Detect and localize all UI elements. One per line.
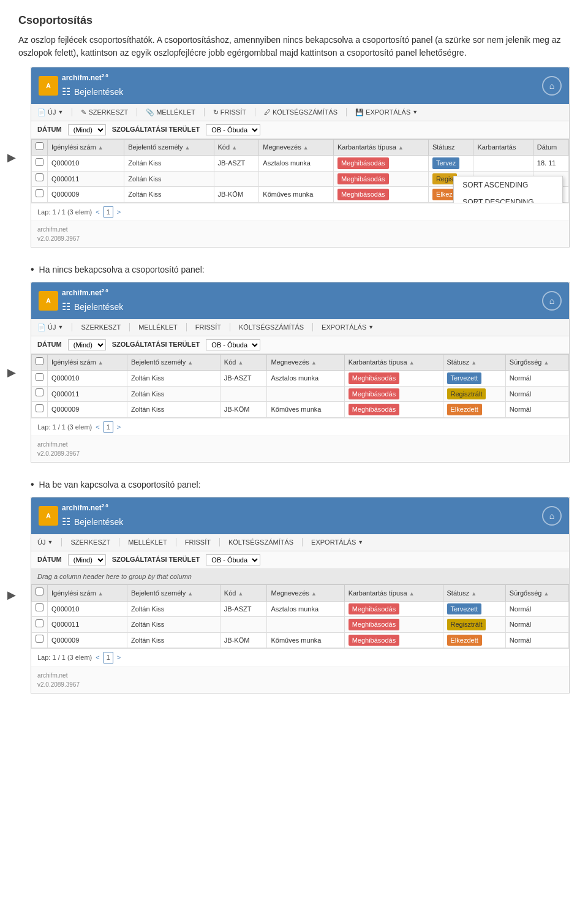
pagination-prev-3[interactable]: < (96, 652, 99, 663)
row-checkbox[interactable] (36, 619, 43, 627)
toolbar-koltseg-2[interactable]: KÖLTSÉGSZÁMÍTÁS (239, 322, 304, 333)
datum-select-3[interactable]: (Mind) (68, 554, 106, 565)
nav-arrow-left[interactable]: ▶ (7, 149, 16, 165)
toolbar-frissit-1[interactable]: ↻ FRISSÍT (213, 107, 246, 118)
row-checkbox[interactable] (36, 173, 43, 181)
datum-select-1[interactable]: (Mind) (68, 124, 106, 135)
toolbar-export-1[interactable]: 💾 EXPORTÁLÁS ▼ (355, 107, 418, 118)
report-icon-1: ☷ (62, 85, 70, 99)
col-bejelento-2[interactable]: Bejelentő személy ▲ (127, 354, 220, 371)
table-row: Q000009 Zoltán Kiss JB-KÖM Kőműves munka… (32, 402, 569, 418)
select-all-1[interactable] (36, 142, 43, 150)
datum-select-2[interactable]: (Mind) (68, 339, 106, 350)
pagination-next-3[interactable]: > (117, 652, 121, 663)
app-header-3: A archifm.net2.0 ☷ Bejelentések ⌂ (31, 497, 569, 534)
toolbar-uj-3[interactable]: ÚJ ▼ (37, 537, 53, 548)
home-button-2[interactable]: ⌂ (542, 291, 562, 311)
row-kod: JB-ASZT (220, 601, 267, 617)
home-button-1[interactable]: ⌂ (542, 76, 562, 96)
sep5 (346, 108, 347, 116)
row-checkbox[interactable] (36, 603, 43, 611)
select-all-3[interactable] (36, 588, 43, 595)
szolg-select-2[interactable]: OB - Óbuda (206, 339, 260, 350)
pagination-current-2[interactable]: 1 (104, 421, 113, 433)
ctx-sort-asc[interactable]: SORT ASCENDING (454, 176, 562, 194)
filter-row-2: DÁTUM (Mind) SZOLGÁLTATÁSI TERÜLET OB - … (31, 336, 569, 354)
col-kod-3[interactable]: Kód ▲ (220, 585, 267, 602)
table-row: Q000010 Zoltán Kiss JB-ASZT Asztalos mun… (32, 371, 569, 387)
sep3-3 (176, 538, 176, 546)
nav-arrow-left-3[interactable]: ▶ (7, 587, 16, 603)
sep2-3 (119, 538, 119, 546)
screenshot-2: A archifm.net2.0 ☷ Bejelentések ⌂ 📄 ÚJ ▼ (31, 282, 570, 463)
szolg-select-1[interactable]: OB - Óbuda (206, 124, 260, 135)
toolbar-koltseg-1[interactable]: 🖊 KÖLTSÉGSZÁMÍTÁS (264, 107, 337, 118)
row-megnevezes: Asztalos munka (259, 156, 334, 172)
col-datum-1[interactable]: Dátum (533, 139, 568, 156)
row-checkbox[interactable] (36, 158, 43, 166)
toolbar-frissit-3[interactable]: FRISSÍT (185, 537, 211, 548)
row-kod (214, 171, 259, 187)
row-megnevezes: Kőműves munka (267, 632, 344, 648)
app-title-1: archifm.net2.0 ☷ Bejelentések (62, 72, 123, 99)
pagination-next-1[interactable]: > (117, 207, 121, 217)
bullet-section2: Ha be van kapcsolva a csoportosító panel… (31, 477, 570, 492)
col-kod-2[interactable]: Kód ▲ (220, 354, 267, 371)
row-person: Zoltán Kiss (127, 601, 220, 617)
toolbar-melleklet-1[interactable]: 📎 MELLÉKLET (146, 107, 195, 118)
col-surgosseg-2[interactable]: Sürgősség ▲ (505, 354, 568, 371)
ctx-sort-desc[interactable]: SORT DESCENDING (454, 194, 562, 203)
col-tipus-3[interactable]: Karbantartás típusa ▲ (344, 585, 443, 602)
home-button-3[interactable]: ⌂ (542, 506, 562, 526)
col-tipus-2[interactable]: Karbantartás típusa ▲ (344, 354, 443, 371)
select-all-2[interactable] (36, 357, 43, 365)
row-checkbox[interactable] (36, 404, 43, 412)
col-megnevezes-1[interactable]: Megnevezés ▲ (259, 139, 334, 156)
col-tipus-1[interactable]: Karbantartás típusa ▲ (333, 139, 428, 156)
row-checkbox[interactable] (36, 388, 43, 396)
col-statusz-2[interactable]: Státusz ▲ (443, 354, 505, 371)
pagination-current-3[interactable]: 1 (104, 652, 113, 663)
toolbar-uj-1[interactable]: 📄 ÚJ ▼ (37, 107, 63, 118)
col-bejelento-3[interactable]: Bejelentő személy ▲ (127, 585, 220, 602)
col-surgosseg-3[interactable]: Sürgősség ▲ (505, 585, 568, 602)
app-subtitle-2: ☷ Bejelentések (62, 300, 123, 314)
toolbar-szerkeszt-2[interactable]: SZERKESZT (81, 322, 121, 333)
col-surgosseg-1[interactable]: Karbantartás (473, 139, 533, 156)
toolbar-koltseg-3[interactable]: KÖLTSÉGSZÁMÍTÁS (228, 537, 293, 548)
data-table-2: Igénylési szám ▲ Bejelentő személy ▲ Kód… (31, 354, 569, 418)
sep1-2 (72, 323, 72, 331)
col-statusz-3[interactable]: Státusz ▲ (443, 585, 505, 602)
col-megnevezes-2[interactable]: Megnevezés ▲ (267, 354, 344, 371)
pagination-3: Lap: 1 / 1 (3 elem) < 1 > (31, 648, 569, 667)
col-igenylesi-1[interactable]: Igénylési szám ▲ (48, 139, 124, 156)
szolg-select-3[interactable]: OB - Óbuda (206, 554, 260, 565)
col-statusz-1[interactable]: Státusz (428, 139, 473, 156)
pagination-current-1[interactable]: 1 (104, 206, 113, 218)
row-megnevezes: Kőműves munka (267, 402, 344, 418)
toolbar-melleklet-3[interactable]: MELLÉKLET (128, 537, 167, 548)
nav-arrow-left-2[interactable]: ▶ (7, 364, 16, 380)
toolbar-uj-2[interactable]: 📄 ÚJ ▼ (37, 322, 63, 333)
toolbar-szerkeszt-3[interactable]: SZERKESZT (70, 537, 110, 548)
toolbar-frissit-2[interactable]: FRISSÍT (195, 322, 221, 333)
row-checkbox[interactable] (36, 189, 43, 197)
pagination-next-2[interactable]: > (117, 422, 121, 433)
toolbar-melleklet-2[interactable]: MELLÉKLET (138, 322, 178, 333)
col-kod-1[interactable]: Kód ▲ (214, 139, 259, 156)
row-checkbox[interactable] (36, 635, 43, 643)
export-icon: 💾 (355, 107, 364, 118)
pagination-prev-2[interactable]: < (96, 422, 99, 433)
toolbar-export-3[interactable]: EXPORTÁLÁS ▼ (311, 537, 363, 548)
col-bejelento-1[interactable]: Bejelentő személy ▲ (124, 139, 214, 156)
col-igenylesi-2[interactable]: Igénylési szám ▲ (48, 354, 127, 371)
table-row: Q000010 Zoltán Kiss JB-ASZT Asztalos mun… (32, 156, 569, 172)
row-checkbox[interactable] (36, 373, 43, 381)
row-id: Q000009 (48, 632, 127, 648)
pagination-prev-1[interactable]: < (96, 207, 99, 217)
col-igenylesi-3[interactable]: Igénylési szám ▲ (48, 585, 127, 602)
row-tipus: Meghibásodás (333, 187, 428, 203)
col-megnevezes-3[interactable]: Megnevezés ▲ (267, 585, 344, 602)
toolbar-szerkeszt-1[interactable]: ✎ SZERKESZT (81, 107, 128, 118)
toolbar-export-2[interactable]: EXPORTÁLÁS ▼ (322, 322, 374, 333)
